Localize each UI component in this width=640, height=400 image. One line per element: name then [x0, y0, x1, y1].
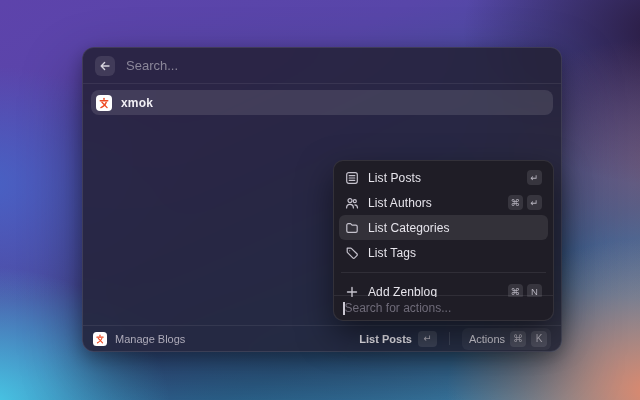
header-divider	[83, 83, 561, 84]
action-item-list-posts[interactable]: List Posts ↵	[339, 165, 548, 190]
result-label: xmok	[121, 96, 153, 110]
return-key-badge: ↵	[418, 331, 437, 347]
cmd-key-badge: ⌘	[508, 195, 524, 210]
action-item-list-categories[interactable]: List Categories	[339, 215, 548, 240]
footer-primary-action[interactable]: List Posts ↵	[359, 331, 437, 347]
authors-icon	[345, 196, 359, 210]
k-key-badge: K	[531, 331, 547, 347]
actions-search-bar	[334, 295, 553, 320]
action-item-label: List Categories	[368, 221, 542, 235]
section-divider	[341, 272, 546, 273]
zenblog-icon-footer	[93, 332, 107, 346]
search-input[interactable]	[126, 58, 549, 73]
footer-app-label: Manage Blogs	[115, 333, 185, 345]
footer-bar: Manage Blogs List Posts ↵ Actions ⌘ K	[83, 325, 561, 351]
actions-button[interactable]: Actions ⌘ K	[462, 328, 551, 350]
action-item-label: List Tags	[368, 246, 542, 260]
back-button[interactable]	[95, 56, 115, 76]
folder-icon	[345, 221, 359, 235]
zenblog-icon	[96, 95, 112, 111]
result-row-xmok[interactable]: xmok	[91, 90, 553, 115]
actions-button-label: Actions	[469, 333, 505, 345]
footer-primary-label: List Posts	[359, 333, 412, 345]
return-key-badge: ↵	[527, 195, 542, 210]
action-item-list-authors[interactable]: List Authors ⌘ ↵	[339, 190, 548, 215]
actions-panel: List Posts ↵ List Authors ⌘ ↵	[333, 160, 554, 321]
actions-panel-list: List Posts ↵ List Authors ⌘ ↵	[334, 161, 553, 297]
action-item-label: List Authors	[368, 196, 499, 210]
return-key-badge: ↵	[527, 170, 542, 185]
tag-icon	[345, 246, 359, 260]
search-header	[83, 48, 561, 83]
actions-search-input[interactable]	[345, 301, 545, 315]
cmd-key-badge: ⌘	[510, 331, 526, 347]
footer-divider	[449, 332, 450, 345]
action-item-list-tags[interactable]: List Tags	[339, 240, 548, 265]
list-posts-icon	[345, 171, 359, 185]
back-arrow-icon	[99, 60, 111, 72]
action-item-label: List Posts	[368, 171, 518, 185]
